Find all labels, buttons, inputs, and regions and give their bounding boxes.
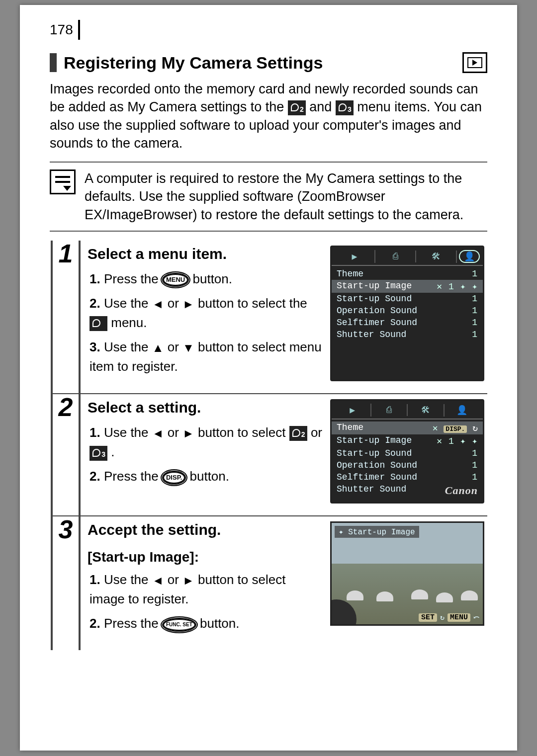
camera-lcd-screenshot-1: ▶ ⎙ 🛠 👤 Theme1 Start-up Image✕ 1 ✦ ✦ Sta…: [330, 246, 484, 381]
photo-title-badge: ✦ Start-up Image: [335, 526, 419, 538]
down-arrow-icon: ▼: [182, 341, 194, 354]
playback-inner-icon: [467, 57, 482, 68]
mycamera-slot2-icon: 2: [289, 426, 307, 441]
set-badge-icon: SET: [419, 613, 437, 622]
lcd-tab-play-icon: ▶: [335, 404, 371, 417]
camera-lcd-screenshot-2: ▶ ⎙ 🛠 👤 Theme ✕ DISP. ↻ Start-up Image✕ …: [330, 399, 484, 504]
section-accent-bar: [50, 53, 57, 72]
page-number: 178: [50, 20, 80, 40]
section-title: Registering My Camera Settings: [64, 53, 455, 73]
step-title: Select a setting.: [88, 399, 323, 416]
substep: 2. Press the FUNC. SET button.: [90, 614, 323, 633]
camera-lcd-screenshot-3: ✦ Start-up Image SET↻ MENU⤺: [330, 521, 484, 626]
note-block: A computer is required to restore the My…: [50, 169, 487, 232]
step-3: 3 Accept the setting. [Start-up Image]: …: [53, 515, 487, 650]
step-title: Select a menu item.: [88, 246, 323, 262]
up-arrow-icon: ▲: [152, 341, 164, 354]
canon-logo: Canon: [445, 484, 478, 497]
step-number: 1: [53, 241, 81, 393]
lcd-tab-play-icon: ▶: [335, 250, 375, 263]
disp-badge-icon: DISP.: [444, 425, 467, 433]
right-arrow-icon: ►: [182, 426, 194, 440]
photo-nav-left-icon: [330, 599, 357, 626]
right-arrow-icon: ►: [182, 297, 194, 311]
separator: [50, 162, 487, 163]
step-list: 1 Select a menu item. 1. Press the MENU …: [51, 241, 487, 650]
mycamera-slot3-icon: 3: [90, 446, 107, 461]
substep: 1. Use the ◄ or ► button to select 2 or …: [90, 423, 323, 462]
lcd-tab-mycamera-icon: 👤: [459, 250, 480, 263]
intro-paragraph: Images recorded onto the memory card and…: [50, 80, 487, 153]
left-arrow-icon: ◄: [152, 574, 164, 587]
lcd-tab-tools-icon: 🛠: [416, 251, 457, 263]
mycamera-menu-icon: [90, 316, 107, 331]
mycamera-slot2-icon: 2: [288, 100, 306, 115]
step-number: 3: [53, 516, 81, 650]
play-triangle-icon: [472, 60, 477, 66]
step-number: 2: [53, 394, 81, 515]
note-icon: [50, 169, 76, 194]
disp-button-icon: DISP.: [162, 471, 186, 485]
lcd-menu-rows: Theme1 Start-up Image✕ 1 ✦ ✦ Start-up So…: [332, 266, 483, 341]
menu-badge-icon: MENU: [448, 613, 470, 622]
lcd-tab-print-icon: ⎙: [371, 404, 408, 416]
left-arrow-icon: ◄: [152, 426, 164, 440]
step-2: 2 Select a setting. 1. Use the ◄ or ► bu…: [53, 393, 487, 515]
manual-page: 178 Registering My Camera Settings Image…: [20, 5, 517, 751]
lcd-menu-rows: Theme ✕ DISP. ↻ Start-up Image✕ 1 ✦ ✦ St…: [332, 420, 483, 499]
substep: 1. Use the ◄ or ► button to select image…: [90, 570, 323, 609]
right-arrow-icon: ►: [182, 574, 194, 587]
mycamera-slot3-icon: 3: [336, 100, 354, 115]
playback-mode-icon: [462, 52, 487, 73]
lcd-tab-tools-icon: 🛠: [408, 404, 445, 417]
substep: 2. Use the ◄ or ► button to select the m…: [90, 294, 323, 333]
func-set-button-icon: FUNC. SET: [162, 618, 196, 632]
lcd-tab-mycamera-icon: 👤: [445, 404, 480, 417]
step-subtitle: [Start-up Image]:: [88, 549, 323, 565]
note-text: A computer is required to restore the My…: [85, 169, 487, 224]
menu-button-icon: MENU: [162, 273, 189, 287]
step-title: Accept the setting.: [88, 521, 323, 538]
step-1: 1 Select a menu item. 1. Press the MENU …: [53, 241, 487, 393]
section-header: Registering My Camera Settings: [50, 52, 487, 73]
substep: 3. Use the ▲ or ▼ button to select menu …: [90, 337, 323, 376]
substep: 1. Press the MENU button.: [90, 269, 323, 289]
left-arrow-icon: ◄: [152, 297, 164, 311]
substep: 2. Press the DISP. button.: [90, 467, 323, 486]
lcd-tab-print-icon: ⎙: [375, 251, 416, 262]
